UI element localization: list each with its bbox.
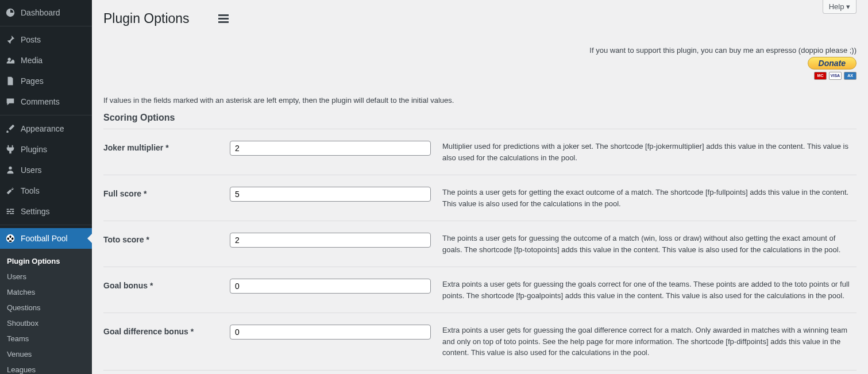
user-icon xyxy=(5,164,16,176)
sidebar-item-appearance[interactable]: Appearance xyxy=(0,118,92,139)
field-label: Toto score * xyxy=(103,233,230,244)
toto-score-input[interactable] xyxy=(230,233,431,248)
field-desc: Extra points a user gets for guessing th… xyxy=(431,279,857,301)
sidebar-item-pages[interactable]: Pages xyxy=(0,71,92,91)
sidebar-item-settings[interactable]: Settings xyxy=(0,201,92,222)
admin-sidebar: Dashboard Posts Media Pages Comments App… xyxy=(0,0,92,374)
section-title: Scoring Options xyxy=(103,113,857,123)
donate-section: If you want to support this plugin, you … xyxy=(103,46,857,80)
field-toto-score: Toto score * The points a user gets for … xyxy=(103,221,857,267)
submenu-item-matches[interactable]: Matches xyxy=(0,284,92,300)
football-icon xyxy=(5,233,16,244)
media-icon xyxy=(5,55,16,66)
wrench-icon xyxy=(5,185,16,196)
submenu-item-leagues[interactable]: Leagues xyxy=(0,362,92,374)
page-title-text: Plugin Options xyxy=(103,11,190,26)
submenu-item-users[interactable]: Users xyxy=(0,269,92,284)
sidebar-item-football-pool[interactable]: Football Pool xyxy=(0,228,92,249)
payment-cards: MC VISA AX xyxy=(103,72,857,80)
main-content: Help ▾ Plugin Options If you want to sup… xyxy=(92,0,868,374)
sidebar-item-label: Comments xyxy=(21,97,60,106)
sidebar-item-users[interactable]: Users xyxy=(0,160,92,180)
sidebar-item-label: Pages xyxy=(21,76,44,86)
intro-text: If values in the fields marked with an a… xyxy=(103,96,857,105)
sliders-icon xyxy=(5,206,16,217)
sidebar-item-label: Dashboard xyxy=(21,8,60,17)
brush-icon xyxy=(5,123,16,134)
menu-toggle-icon[interactable] xyxy=(218,14,229,23)
sidebar-item-label: Users xyxy=(21,165,42,175)
goal-diff-bonus-input[interactable] xyxy=(230,325,431,340)
form-actions: Save Changes Recalculate Scores xyxy=(103,370,857,375)
goal-bonus-input[interactable] xyxy=(230,279,431,294)
submenu-item-teams[interactable]: Teams xyxy=(0,331,92,346)
field-desc: The points a user gets for guessing the … xyxy=(431,233,857,255)
field-label: Goal bonus * xyxy=(103,279,230,290)
page-icon xyxy=(5,75,16,87)
field-full-score: Full score * The points a user gets for … xyxy=(103,175,857,221)
page-title: Plugin Options xyxy=(103,6,857,29)
field-goal-bonus: Goal bonus * Extra points a user gets fo… xyxy=(103,267,857,313)
sidebar-item-label: Plugins xyxy=(21,145,47,154)
submenu: Plugin Options Users Matches Questions S… xyxy=(0,249,92,374)
sidebar-item-label: Media xyxy=(21,56,43,65)
amex-icon: AX xyxy=(844,72,857,80)
sidebar-item-dashboard[interactable]: Dashboard xyxy=(0,2,92,23)
sidebar-item-label: Appearance xyxy=(21,124,64,133)
field-label: Joker multiplier * xyxy=(103,141,230,152)
field-goal-diff-bonus: Goal difference bonus * Extra points a u… xyxy=(103,313,857,370)
sidebar-item-media[interactable]: Media xyxy=(0,50,92,71)
joker-multiplier-input[interactable] xyxy=(230,141,431,156)
donate-button[interactable]: Donate xyxy=(808,57,857,70)
submenu-item-shoutbox[interactable]: Shoutbox xyxy=(0,315,92,331)
submenu-item-questions[interactable]: Questions xyxy=(0,300,92,315)
help-tab[interactable]: Help ▾ xyxy=(823,0,857,14)
sidebar-item-label: Tools xyxy=(21,186,40,195)
field-desc: Multiplier used for predictions with a j… xyxy=(431,141,857,163)
submenu-item-venues[interactable]: Venues xyxy=(0,346,92,362)
mastercard-icon: MC xyxy=(814,72,827,80)
form-table: Joker multiplier * Multiplier used for p… xyxy=(103,129,857,374)
sidebar-item-label: Posts xyxy=(21,35,41,44)
sidebar-item-tools[interactable]: Tools xyxy=(0,180,92,201)
field-joker-multiplier: Joker multiplier * Multiplier used for p… xyxy=(103,129,857,175)
field-label: Full score * xyxy=(103,187,230,198)
sidebar-item-plugins[interactable]: Plugins xyxy=(0,139,92,160)
visa-icon: VISA xyxy=(829,72,842,80)
field-label: Goal difference bonus * xyxy=(103,325,230,336)
comment-icon xyxy=(5,96,16,107)
submenu-item-plugin-options[interactable]: Plugin Options xyxy=(0,253,92,269)
sidebar-item-posts[interactable]: Posts xyxy=(0,29,92,50)
pin-icon xyxy=(5,34,16,45)
field-desc: The points a user gets for getting the e… xyxy=(431,187,857,209)
sidebar-item-comments[interactable]: Comments xyxy=(0,91,92,112)
donate-text: If you want to support this plugin, you … xyxy=(103,46,857,55)
full-score-input[interactable] xyxy=(230,187,431,202)
sidebar-item-label: Football Pool xyxy=(21,234,68,243)
dashboard-icon xyxy=(5,7,16,18)
sidebar-item-label: Settings xyxy=(21,207,50,216)
field-desc: Extra points a user gets for guessing th… xyxy=(431,325,857,358)
plug-icon xyxy=(5,144,16,155)
